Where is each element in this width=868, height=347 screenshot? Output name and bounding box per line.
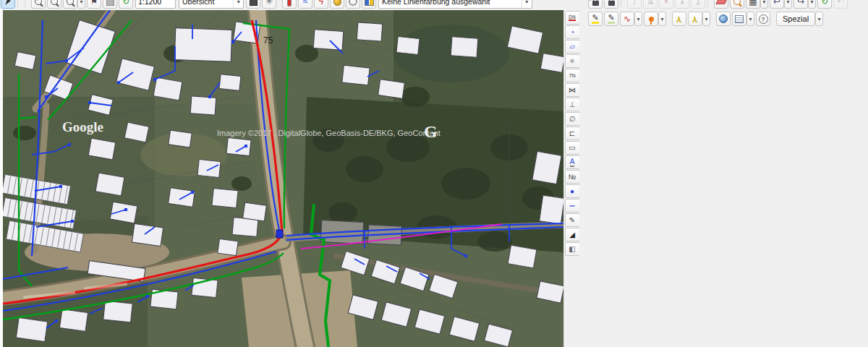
toolbar-separator: [707, 0, 712, 7]
power-layer-button[interactable]: ϟ: [314, 0, 328, 9]
set-pin-button[interactable]: [644, 12, 658, 26]
swap-button: ⇅: [647, 0, 654, 6]
split-view-button[interactable]: [362, 0, 376, 9]
map-canvas[interactable]: 75 Google Imagery ©2017 , DigitalGlobe, …: [3, 10, 563, 347]
undo-button[interactable]: ↶: [833, 0, 848, 9]
power-layer-button: ϟ: [319, 0, 323, 6]
help-button: ?: [759, 14, 768, 24]
merge-up-button[interactable]: ↥: [691, 0, 705, 9]
house-number-label: 75: [263, 35, 273, 46]
measure-time-tool[interactable]: ◔: [565, 25, 580, 39]
toolbar-separator: [25, 0, 29, 7]
memo-button[interactable]: [732, 12, 746, 26]
select-cursor-button[interactable]: [1, 0, 15, 9]
zoom-options-button[interactable]: [63, 0, 77, 9]
grid-view-button[interactable]: ▦: [746, 0, 760, 9]
join-node-dropdown[interactable]: ▾: [702, 12, 710, 26]
eraser-button[interactable]: [714, 0, 728, 9]
lock-button: [608, 1, 615, 6]
draw-pencil-button[interactable]: ✎: [588, 12, 603, 26]
zoom-in-button[interactable]: [31, 0, 46, 9]
number-tool[interactable]: №: [565, 170, 580, 184]
label-pen-tool[interactable]: ✎: [565, 213, 580, 227]
attribute-toolbar-row2: ✎✎∿▾▾YY▾▾?Spezial▾: [587, 11, 824, 27]
fill-style-tool[interactable]: ◧: [565, 242, 580, 256]
google-watermark-right: G: [424, 122, 438, 141]
rectangle-tool[interactable]: ▭: [565, 141, 580, 155]
merge-up-button: ↥: [694, 0, 702, 6]
ring-layer-button[interactable]: [346, 0, 360, 9]
grid-view-dropdown[interactable]: ▾: [760, 0, 768, 9]
reload-button: ↻: [821, 0, 828, 6]
sleeve-tool[interactable]: ⊏: [565, 127, 580, 140]
back-button: ↩: [773, 0, 780, 6]
zoom-window-button: [51, 0, 58, 5]
water-layer-button[interactable]: ≈: [298, 0, 312, 9]
back-dropdown[interactable]: ▾: [784, 0, 792, 9]
spezial-button[interactable]: Spezial: [776, 12, 815, 26]
temperature-layer-button: [287, 0, 292, 7]
swap-button[interactable]: ⇅: [643, 0, 658, 9]
forward-dropdown[interactable]: ▾: [808, 0, 816, 9]
flag-button[interactable]: ⚑: [87, 0, 101, 9]
draw-pencil-button: ✎: [592, 14, 598, 24]
undo-button: ↶: [837, 0, 844, 6]
zoom-options-dropdown[interactable]: ▾: [77, 0, 85, 9]
badge-layer-button[interactable]: [330, 0, 344, 9]
post-tool[interactable]: ⊥: [565, 98, 580, 111]
tn-check-tool[interactable]: TN: [565, 69, 580, 82]
merge-down-button: ↧: [678, 0, 686, 6]
lock-button[interactable]: [604, 0, 618, 9]
attribute-toolbar-row1: ↓⇅×↧↥▦▾↩▾↪▾↻↶: [587, 0, 868, 9]
refresh-map-button[interactable]: ↻: [119, 0, 133, 9]
set-pin-button: [649, 17, 654, 22]
delete-button[interactable]: ×: [659, 0, 673, 9]
globe-folder-button[interactable]: [716, 12, 731, 26]
join-node-button[interactable]: Y: [688, 12, 702, 26]
view-select[interactable]: Übersicht▾: [179, 0, 244, 9]
lock-add-button[interactable]: [588, 0, 603, 9]
point-tool[interactable]: ●: [565, 184, 580, 198]
trace-line-button: ∿: [624, 14, 631, 23]
trace-line-dropdown[interactable]: ▾: [634, 12, 642, 26]
badge-layer-button: [333, 0, 341, 6]
stop-button[interactable]: [103, 0, 117, 9]
line-coloring-select[interactable]: Keine Linienfärbung ausgewählt▾: [378, 0, 532, 9]
back-button[interactable]: ↩: [770, 0, 784, 9]
globe-folder-button: [719, 14, 728, 23]
view-select-arrow[interactable]: ▾: [233, 0, 243, 8]
selection-node-marker[interactable]: [276, 230, 283, 238]
edit-attributes-button[interactable]: ✎: [604, 12, 618, 26]
map-side-toolbar: DN◔▱✳TN⋈⊥∅⊏▭A№●▪▪▪✎◢◧: [563, 10, 580, 347]
temperature-layer-button[interactable]: [282, 0, 297, 9]
segments-tool[interactable]: ▪▪▪: [565, 199, 580, 213]
closed-valve-tool[interactable]: ∅: [565, 112, 580, 126]
google-watermark-left: Google: [62, 119, 103, 134]
layers-button[interactable]: [246, 0, 260, 9]
valve-tool[interactable]: ⋈: [565, 83, 580, 97]
polygon-select-tool[interactable]: ▱: [565, 40, 580, 53]
memo-button: [735, 15, 744, 23]
spezial-dropdown[interactable]: ▾: [815, 12, 823, 26]
delete-button: ×: [663, 0, 668, 6]
map-settings-button[interactable]: ✳: [262, 0, 276, 9]
corner-tool[interactable]: ◢: [565, 228, 580, 241]
split-node-button[interactable]: Y: [672, 12, 686, 26]
help-button[interactable]: ?: [756, 12, 770, 26]
set-pin-dropdown[interactable]: ▾: [658, 12, 666, 26]
merge-down-button[interactable]: ↧: [675, 0, 689, 9]
reload-button[interactable]: ↻: [817, 0, 832, 9]
scale-input[interactable]: [135, 0, 176, 9]
dimension-dn-tool[interactable]: DN: [565, 11, 580, 25]
toolbar-separator: [621, 0, 625, 7]
search-db-button[interactable]: [730, 0, 744, 9]
forward-button[interactable]: ↪: [793, 0, 808, 9]
line-coloring-select-arrow[interactable]: ▾: [522, 0, 532, 8]
zoom-window-button[interactable]: [47, 0, 61, 9]
split-view-button: [365, 0, 374, 6]
memo-dropdown[interactable]: ▾: [746, 12, 754, 26]
rotate-tool[interactable]: ✳: [565, 54, 580, 68]
annotation-a-tool[interactable]: A: [565, 155, 580, 169]
move-down-button[interactable]: ↓: [627, 0, 642, 9]
trace-line-button[interactable]: ∿: [620, 12, 634, 26]
